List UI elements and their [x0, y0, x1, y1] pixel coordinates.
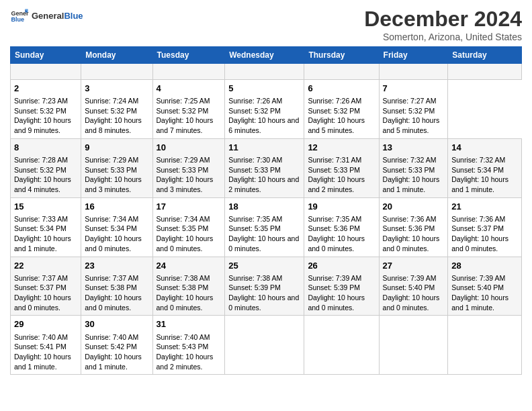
- day-header-tuesday: Tuesday: [152, 47, 225, 64]
- calendar-cell: 9Sunrise: 7:29 AMSunset: 5:33 PMDaylight…: [81, 138, 152, 197]
- sunset-text: Sunset: 5:39 PM: [308, 283, 360, 291]
- sunset-text: Sunset: 5:32 PM: [85, 107, 137, 115]
- sunset-text: Sunset: 5:35 PM: [157, 224, 209, 232]
- sunrise-text: Sunrise: 7:37 AM: [85, 274, 138, 282]
- day-number: 3: [85, 83, 148, 95]
- day-number: 24: [157, 260, 222, 272]
- main-title: December 2024: [364, 7, 522, 32]
- sunset-text: Sunset: 5:39 PM: [228, 283, 281, 291]
- calendar-cell: [81, 64, 152, 80]
- sunset-text: Sunset: 5:41 PM: [14, 342, 66, 351]
- daylight-text: Daylight: 10 hours and 0 minutes.: [308, 293, 365, 312]
- calendar-cell: 13Sunrise: 7:32 AMSunset: 5:33 PMDayligh…: [379, 138, 448, 197]
- sunrise-text: Sunrise: 7:29 AM: [157, 156, 210, 164]
- sunrise-text: Sunrise: 7:33 AM: [14, 215, 68, 223]
- daylight-text: Daylight: 10 hours and 0 minutes.: [14, 293, 71, 312]
- daylight-text: Daylight: 10 hours and 6 minutes.: [228, 116, 299, 134]
- calendar-cell: 29Sunrise: 7:40 AMSunset: 5:41 PMDayligh…: [11, 316, 81, 375]
- day-number: 29: [14, 318, 77, 330]
- sunrise-text: Sunrise: 7:36 AM: [383, 215, 437, 223]
- daylight-text: Daylight: 10 hours and 4 minutes.: [14, 175, 71, 193]
- day-number: 18: [228, 201, 300, 213]
- day-header-thursday: Thursday: [304, 47, 379, 64]
- subtitle: Somerton, Arizona, United States: [364, 32, 522, 42]
- calendar-cell: 8Sunrise: 7:28 AMSunset: 5:32 PMDaylight…: [11, 138, 81, 197]
- day-number: 10: [157, 142, 222, 154]
- calendar-cell: [448, 64, 522, 80]
- sunrise-text: Sunrise: 7:40 AM: [85, 333, 138, 341]
- sunset-text: Sunset: 5:33 PM: [383, 166, 435, 174]
- daylight-text: Daylight: 10 hours and 1 minute.: [14, 353, 71, 371]
- logo-blue: Blue: [64, 11, 83, 21]
- sunrise-text: Sunrise: 7:26 AM: [228, 97, 282, 105]
- sunset-text: Sunset: 5:33 PM: [85, 166, 137, 174]
- daylight-text: Daylight: 10 hours and 9 minutes.: [14, 116, 71, 134]
- day-number: 31: [157, 318, 222, 330]
- daylight-text: Daylight: 10 hours and 5 minutes.: [308, 116, 365, 134]
- calendar-cell: [304, 316, 379, 375]
- calendar-cell: 19Sunrise: 7:35 AMSunset: 5:36 PMDayligh…: [304, 197, 379, 257]
- page-container: General Blue GeneralBlue December 2024 S…: [0, 0, 532, 381]
- calendar-table: SundayMondayTuesdayWednesdayThursdayFrid…: [10, 46, 522, 375]
- day-number: 7: [383, 83, 445, 95]
- day-number: 12: [308, 142, 375, 154]
- calendar-week-row: 8Sunrise: 7:28 AMSunset: 5:32 PMDaylight…: [11, 138, 522, 197]
- sunset-text: Sunset: 5:42 PM: [85, 342, 137, 351]
- day-number: 11: [228, 142, 300, 154]
- day-number: 27: [383, 260, 445, 272]
- calendar-cell: 17Sunrise: 7:34 AMSunset: 5:35 PMDayligh…: [152, 197, 225, 257]
- calendar-week-row: [11, 64, 522, 80]
- day-number: 14: [451, 142, 518, 154]
- sunrise-text: Sunrise: 7:30 AM: [228, 156, 282, 164]
- calendar-week-row: 29Sunrise: 7:40 AMSunset: 5:41 PMDayligh…: [11, 316, 522, 375]
- daylight-text: Daylight: 10 hours and 0 minutes.: [228, 234, 299, 253]
- sunset-text: Sunset: 5:38 PM: [85, 283, 137, 291]
- sunset-text: Sunset: 5:40 PM: [451, 283, 504, 291]
- day-number: 2: [14, 83, 77, 95]
- day-header-monday: Monday: [81, 47, 152, 64]
- calendar-cell: [448, 316, 522, 375]
- calendar-cell: 26Sunrise: 7:39 AMSunset: 5:39 PMDayligh…: [304, 257, 379, 316]
- sunset-text: Sunset: 5:34 PM: [451, 166, 504, 174]
- day-number: 16: [85, 201, 148, 213]
- sunrise-text: Sunrise: 7:29 AM: [85, 156, 138, 164]
- day-number: 8: [14, 142, 77, 154]
- sunrise-text: Sunrise: 7:39 AM: [308, 274, 361, 282]
- calendar-cell: 28Sunrise: 7:39 AMSunset: 5:40 PMDayligh…: [448, 257, 522, 316]
- calendar-cell: 6Sunrise: 7:26 AMSunset: 5:32 PMDaylight…: [304, 79, 379, 138]
- daylight-text: Daylight: 10 hours and 5 minutes.: [383, 116, 440, 134]
- sunset-text: Sunset: 5:33 PM: [228, 166, 281, 174]
- daylight-text: Daylight: 10 hours and 0 minutes.: [85, 293, 142, 312]
- calendar-cell: 12Sunrise: 7:31 AMSunset: 5:33 PMDayligh…: [304, 138, 379, 197]
- day-number: 25: [228, 260, 300, 272]
- calendar-cell: [304, 64, 379, 80]
- calendar-cell: 31Sunrise: 7:40 AMSunset: 5:43 PMDayligh…: [152, 316, 225, 375]
- daylight-text: Daylight: 10 hours and 0 minutes.: [157, 234, 214, 253]
- calendar-cell: 4Sunrise: 7:25 AMSunset: 5:32 PMDaylight…: [152, 79, 225, 138]
- sunset-text: Sunset: 5:32 PM: [228, 107, 281, 115]
- day-number: 17: [157, 201, 222, 213]
- sunrise-text: Sunrise: 7:39 AM: [451, 274, 505, 282]
- day-number: 21: [451, 201, 518, 213]
- sunset-text: Sunset: 5:34 PM: [85, 224, 137, 232]
- sunset-text: Sunset: 5:35 PM: [228, 224, 281, 232]
- sunset-text: Sunset: 5:33 PM: [308, 166, 360, 174]
- sunrise-text: Sunrise: 7:36 AM: [451, 215, 505, 223]
- calendar-cell: [379, 64, 448, 80]
- sunset-text: Sunset: 5:34 PM: [14, 224, 66, 232]
- day-number: 20: [383, 201, 445, 213]
- day-number: 30: [85, 318, 148, 330]
- daylight-text: Daylight: 10 hours and 0 minutes.: [383, 293, 440, 312]
- title-block: December 2024 Somerton, Arizona, United …: [364, 7, 522, 42]
- day-number: 23: [85, 260, 148, 272]
- day-header-sunday: Sunday: [11, 47, 81, 64]
- calendar-cell: 11Sunrise: 7:30 AMSunset: 5:33 PMDayligh…: [225, 138, 304, 197]
- sunset-text: Sunset: 5:36 PM: [308, 224, 360, 232]
- sunrise-text: Sunrise: 7:39 AM: [383, 274, 437, 282]
- day-header-saturday: Saturday: [448, 47, 522, 64]
- sunrise-text: Sunrise: 7:26 AM: [308, 97, 361, 105]
- sunrise-text: Sunrise: 7:34 AM: [157, 215, 210, 223]
- calendar-cell: 14Sunrise: 7:32 AMSunset: 5:34 PMDayligh…: [448, 138, 522, 197]
- sunrise-text: Sunrise: 7:35 AM: [228, 215, 282, 223]
- sunset-text: Sunset: 5:32 PM: [14, 107, 66, 115]
